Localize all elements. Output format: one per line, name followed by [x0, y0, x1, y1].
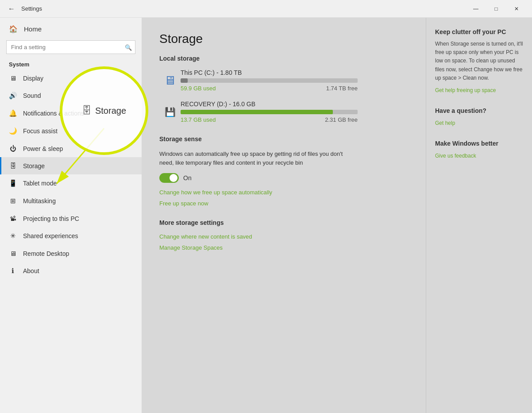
- sidebar-item-home[interactable]: 🏠 Home: [0, 18, 142, 40]
- window-controls: — □ ✕: [466, 0, 527, 18]
- sidebar-item-label: About: [23, 267, 39, 274]
- drive-c-icon: 🖥: [164, 73, 176, 88]
- sidebar-item-label: Display: [23, 75, 43, 82]
- display-icon: 🖥: [9, 74, 17, 82]
- sidebar-home-label: Home: [24, 25, 42, 33]
- drive-d-icon: 💾: [165, 107, 176, 117]
- sidebar-item-label: Focus assist: [23, 127, 58, 135]
- sidebar-item-sound[interactable]: 🔊 Sound: [0, 87, 142, 104]
- local-storage-title: Local storage: [159, 55, 408, 62]
- right-panel-clutter: Keep clutter off your PC When Storage se…: [435, 28, 523, 94]
- sidebar-item-label: Storage: [23, 162, 45, 170]
- storage-sense-title: Storage sense: [159, 135, 408, 143]
- manage-spaces-link[interactable]: Manage Storage Spaces: [159, 244, 408, 251]
- storage-sense-section: Storage sense Windows can automatically …: [159, 135, 408, 207]
- sidebar-item-power-sleep[interactable]: ⏻ Power & sleep: [0, 140, 142, 157]
- minimize-button[interactable]: —: [466, 0, 486, 18]
- focus-assist-icon: 🌙: [9, 127, 17, 135]
- give-feedback-link[interactable]: Give us feedback: [435, 153, 476, 159]
- sidebar-item-focus-assist[interactable]: 🌙 Focus assist: [0, 122, 142, 140]
- right-panel-feedback-title: Make Windows better: [435, 140, 523, 147]
- sidebar-search-container: 🔍: [6, 40, 135, 54]
- drive-d-free: 2.31 GB free: [325, 116, 358, 123]
- change-saved-link[interactable]: Change where new content is saved: [159, 233, 408, 240]
- about-icon: ℹ: [9, 267, 17, 275]
- sidebar-item-about[interactable]: ℹ About: [0, 262, 142, 280]
- drive-d-used: 13.7 GB used: [181, 116, 216, 123]
- right-panel-question-title: Have a question?: [435, 107, 523, 114]
- free-up-link[interactable]: Free up space now: [159, 200, 408, 207]
- toggle-row: On: [159, 173, 408, 183]
- tablet-icon: 📱: [9, 179, 17, 187]
- sidebar-item-label: Power & sleep: [23, 145, 63, 152]
- maximize-button[interactable]: □: [486, 0, 506, 18]
- sidebar-item-label: Sound: [23, 92, 41, 99]
- sidebar-item-label: Projecting to this PC: [23, 215, 79, 222]
- drive-c-details: This PC (C:) - 1.80 TB 59.9 GB used 1.74…: [181, 69, 408, 92]
- power-icon: ⏻: [9, 145, 17, 152]
- home-icon: 🏠: [9, 25, 18, 33]
- drive-d-name: RECOVERY (D:) - 16.0 GB: [181, 100, 408, 108]
- sidebar-item-label: Tablet mode: [23, 180, 57, 187]
- drive-d-bar-fill: [181, 110, 333, 114]
- change-auto-link[interactable]: Change how we free up space automaticall…: [159, 189, 408, 196]
- search-icon: 🔍: [125, 44, 132, 50]
- sidebar-item-tablet-mode[interactable]: 📱 Tablet mode: [0, 174, 142, 192]
- sidebar-section-label: System: [0, 58, 142, 69]
- sidebar-item-notifications[interactable]: 🔔 Notifications & actions: [0, 104, 142, 122]
- sidebar-item-projecting[interactable]: 📽 Projecting to this PC: [0, 210, 142, 227]
- multitasking-icon: ⊞: [9, 197, 17, 205]
- more-settings-title: More storage settings: [159, 219, 408, 226]
- storage-icon: 🗄: [9, 162, 17, 170]
- get-help-freeing-link[interactable]: Get help freeing up space: [435, 87, 496, 93]
- back-button[interactable]: ←: [5, 3, 18, 15]
- drive-c-bar-container: [181, 78, 358, 83]
- notifications-icon: 🔔: [9, 109, 17, 117]
- sidebar-item-label: Notifications & actions: [23, 110, 84, 117]
- toggle-knob: [170, 174, 177, 182]
- sidebar-item-remote-desktop[interactable]: 🖥 Remote Desktop: [0, 245, 142, 262]
- title-bar: ← Settings — □ ✕: [0, 0, 532, 18]
- drive-c-icon-area: 🖥: [159, 73, 181, 88]
- close-button[interactable]: ✕: [506, 0, 527, 18]
- sidebar-item-shared-experiences[interactable]: ✳ Shared experiences: [0, 227, 142, 245]
- sidebar-item-label: Multitasking: [23, 197, 56, 205]
- drive-d-stats: 13.7 GB used 2.31 GB free: [181, 116, 358, 123]
- drive-c-stats: 59.9 GB used 1.74 TB free: [181, 85, 358, 92]
- toggle-label: On: [183, 174, 192, 181]
- right-panel-clutter-desc: When Storage sense is turned on, it'll f…: [435, 40, 523, 82]
- app-body: 🏠 Home 🔍 System 🖥 Display 🔊 Sound 🔔 Noti…: [0, 18, 532, 413]
- drive-c-free: 1.74 TB free: [326, 85, 358, 92]
- storage-sense-desc: Windows can automatically free up space …: [159, 150, 359, 167]
- sidebar: 🏠 Home 🔍 System 🖥 Display 🔊 Sound 🔔 Noti…: [0, 18, 142, 413]
- remote-desktop-icon: 🖥: [9, 250, 17, 257]
- get-help-link[interactable]: Get help: [435, 120, 455, 126]
- sidebar-item-storage[interactable]: 🗄 Storage: [0, 157, 142, 174]
- sidebar-item-label: Shared experiences: [23, 232, 78, 239]
- drive-c-used: 59.9 GB used: [181, 85, 216, 92]
- drive-c-name: This PC (C:) - 1.80 TB: [181, 69, 408, 76]
- sidebar-item-label: Remote Desktop: [23, 250, 69, 257]
- sidebar-item-display[interactable]: 🖥 Display: [0, 69, 142, 87]
- drive-item-c[interactable]: 🖥 This PC (C:) - 1.80 TB 59.9 GB used 1.…: [159, 69, 408, 92]
- shared-icon: ✳: [9, 232, 17, 240]
- page-title: Storage: [159, 32, 408, 46]
- drive-item-d[interactable]: 💾 RECOVERY (D:) - 16.0 GB 13.7 GB used 2…: [159, 100, 408, 123]
- sound-icon: 🔊: [9, 92, 17, 100]
- drive-d-details: RECOVERY (D:) - 16.0 GB 13.7 GB used 2.3…: [181, 100, 408, 123]
- drive-d-icon-area: 💾: [159, 107, 181, 117]
- drive-d-bar-container: [181, 110, 358, 114]
- search-input[interactable]: [6, 40, 135, 54]
- storage-sense-toggle[interactable]: [159, 173, 179, 183]
- app-title: Settings: [21, 5, 42, 12]
- right-panel-question: Have a question? Get help: [435, 107, 523, 127]
- more-settings-section: More storage settings Change where new c…: [159, 219, 408, 251]
- drive-c-bar-fill: [181, 78, 188, 83]
- sidebar-item-multitasking[interactable]: ⊞ Multitasking: [0, 192, 142, 210]
- projecting-icon: 📽: [9, 215, 17, 222]
- right-panel-feedback: Make Windows better Give us feedback: [435, 140, 523, 159]
- right-panel: Keep clutter off your PC When Storage se…: [426, 18, 532, 413]
- main-content: Storage Local storage 🖥 This PC (C:) - 1…: [142, 18, 426, 413]
- right-panel-clutter-title: Keep clutter off your PC: [435, 28, 523, 35]
